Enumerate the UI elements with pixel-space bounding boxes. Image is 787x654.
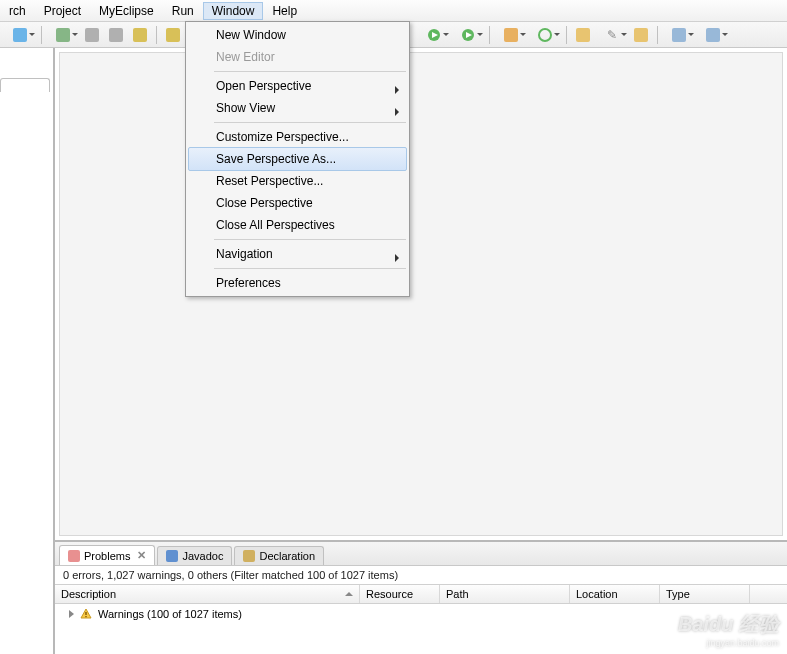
svg-rect-4 [85,616,86,617]
tool-btn-search[interactable]: ✎ [596,24,628,46]
javadoc-icon [166,550,178,562]
menu-rch[interactable]: rch [0,2,35,20]
menu-separator [214,268,406,269]
menu-item-new-editor: New Editor [188,46,407,68]
col-location[interactable]: Location [570,585,660,603]
tab-declaration[interactable]: Declaration [234,546,324,565]
tool-btn-6[interactable] [162,24,184,46]
toolbar-separator [657,26,658,44]
bottom-tab-row: Problems✕JavadocDeclaration [55,542,787,566]
problems-icon [68,550,80,562]
menu-item-show-view[interactable]: Show View [188,97,407,119]
menubar: rchProjectMyEclipseRunWindowHelp [0,0,787,22]
close-icon[interactable]: ✕ [137,549,146,562]
tab-label: Problems [84,550,130,562]
declaration-icon [243,550,255,562]
toolbar-separator [41,26,42,44]
tool-btn-folder1[interactable] [572,24,594,46]
menu-window[interactable]: Window [203,2,264,20]
bottom-panel: Problems✕JavadocDeclaration 0 errors, 1,… [55,540,787,654]
toolbar-separator [489,26,490,44]
svg-point-2 [539,29,551,41]
col-resource[interactable]: Resource [360,585,440,603]
table-row[interactable]: Warnings (100 of 1027 items) [55,604,787,624]
warning-row-label: Warnings (100 of 1027 items) [98,608,242,620]
tool-btn-1[interactable] [4,24,36,46]
tool-btn-cfg1[interactable] [663,24,695,46]
editor-area [59,52,783,536]
menu-item-save-perspective-as[interactable]: Save Perspective As... [188,147,407,171]
tool-btn-3[interactable] [81,24,103,46]
tool-btn-4[interactable] [105,24,127,46]
problems-status: 0 errors, 1,027 warnings, 0 others (Filt… [55,566,787,584]
svg-rect-3 [85,612,86,615]
problems-table-header: DescriptionResourcePathLocationType [55,584,787,604]
menu-project[interactable]: Project [35,2,90,20]
menu-separator [214,122,406,123]
tool-btn-cfg2[interactable] [697,24,729,46]
menu-run[interactable]: Run [163,2,203,20]
tool-btn-green[interactable] [529,24,561,46]
col-path[interactable]: Path [440,585,570,603]
window-menu-popup: New WindowNew EditorOpen PerspectiveShow… [185,21,410,297]
menu-item-open-perspective[interactable]: Open Perspective [188,75,407,97]
col-description[interactable]: Description [55,585,360,603]
menu-item-customize-perspective[interactable]: Customize Perspective... [188,126,407,148]
menu-item-navigation[interactable]: Navigation [188,243,407,265]
tab-problems[interactable]: Problems✕ [59,545,155,565]
menu-help[interactable]: Help [263,2,306,20]
tab-javadoc[interactable]: Javadoc [157,546,232,565]
left-pane [0,48,55,654]
left-pane-tab[interactable] [0,78,50,92]
menu-item-preferences[interactable]: Preferences [188,272,407,294]
menu-item-new-window[interactable]: New Window [188,24,407,46]
menu-item-close-perspective[interactable]: Close Perspective [188,192,407,214]
menu-myeclipse[interactable]: MyEclipse [90,2,163,20]
tab-label: Javadoc [182,550,223,562]
tool-btn-folder2[interactable] [630,24,652,46]
toolbar-separator [156,26,157,44]
warning-icon [80,608,92,620]
menu-item-close-all-perspectives[interactable]: Close All Perspectives [188,214,407,236]
col-type[interactable]: Type [660,585,750,603]
tool-btn-5[interactable] [129,24,151,46]
run-button[interactable] [418,24,450,46]
menu-item-reset-perspective[interactable]: Reset Perspective... [188,170,407,192]
menu-separator [214,239,406,240]
expand-icon[interactable] [69,610,74,618]
tool-btn-new[interactable] [495,24,527,46]
menu-separator [214,71,406,72]
tool-btn-2[interactable] [47,24,79,46]
run-ext-button[interactable] [452,24,484,46]
toolbar-separator [566,26,567,44]
tab-label: Declaration [259,550,315,562]
